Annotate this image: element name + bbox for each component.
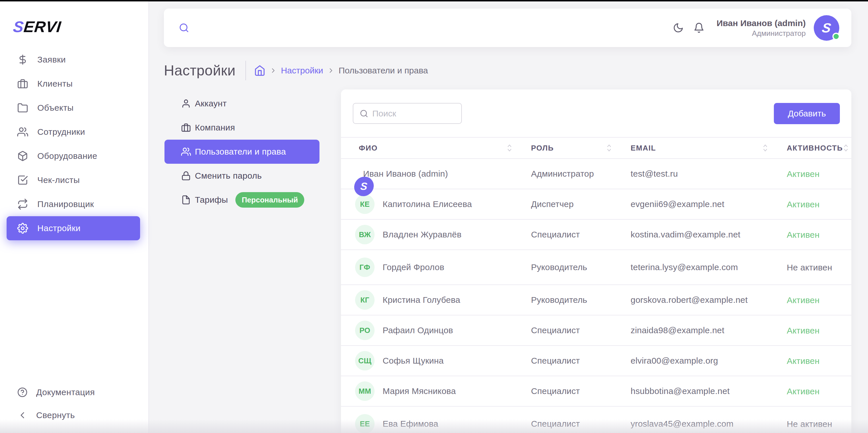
table-toolbar: Добавить bbox=[353, 103, 840, 124]
initials-avatar: СЩ bbox=[355, 351, 375, 370]
avatar[interactable]: S bbox=[814, 15, 839, 41]
status-badge: Активен bbox=[787, 168, 837, 179]
column-header-label: EMAIL bbox=[631, 144, 656, 153]
user-full-name: Иван Иванов (admin) bbox=[363, 169, 448, 179]
avatar-logo-mark: S bbox=[821, 20, 832, 36]
cell-email: elvira00@example.org bbox=[631, 356, 787, 366]
table-row[interactable]: МММария МясниковаСпециалистhsubbotina@ex… bbox=[341, 376, 851, 407]
settings-nav-label: Тарифы bbox=[195, 195, 228, 205]
settings-nav-label: Компания bbox=[195, 123, 235, 132]
table-row[interactable]: РОРафаил ОдинцовСпециалистzinaida98@exam… bbox=[341, 315, 851, 346]
table-row[interactable]: СЩСофья ЩукинаСпециалистelvira00@example… bbox=[341, 346, 851, 376]
cell-fio: ВЖВладлен Журавлёв bbox=[355, 225, 531, 244]
table-row[interactable]: ВЖВладлен ЖуравлёвСпециалистkostina.vadi… bbox=[341, 220, 851, 250]
column-header-activity[interactable]: АКТИВНОСТЬ bbox=[787, 143, 851, 153]
cell-role: Администратор bbox=[531, 169, 631, 179]
help-circle-icon bbox=[17, 387, 28, 397]
status-badge: Активен bbox=[787, 229, 837, 240]
sidebar-item-employees[interactable]: Сотрудники bbox=[7, 120, 140, 144]
sidebar-menu: ЗаявкиКлиентыОбъектыСотрудникиОборудован… bbox=[0, 47, 148, 240]
status-badge: Не активен bbox=[787, 262, 837, 273]
user-full-name: Кристина Голубева bbox=[383, 295, 460, 305]
column-header-label: РОЛЬ bbox=[531, 144, 554, 153]
search-icon bbox=[360, 109, 368, 118]
check-square-icon bbox=[17, 175, 28, 186]
folder-icon bbox=[17, 102, 28, 113]
sidebar-item-label: Чек-листы bbox=[37, 175, 80, 185]
cell-fio: МММария Мясникова bbox=[355, 381, 531, 401]
cell-role: Специалист bbox=[531, 326, 631, 335]
column-header-label: АКТИВНОСТЬ bbox=[787, 144, 843, 153]
table-search bbox=[353, 103, 462, 124]
sidebar-item-objects[interactable]: Объекты bbox=[7, 96, 140, 120]
cell-email: kostina.vadim@example.net bbox=[631, 230, 787, 239]
sidebar-item-equipment[interactable]: Оборудование bbox=[7, 144, 140, 168]
settings-nav-item-change-password[interactable]: Сменить пароль bbox=[164, 164, 319, 188]
settings-nav-item-tariffs[interactable]: ТарифыПерсональный bbox=[164, 188, 319, 212]
cell-fio: КГКристина Голубева bbox=[355, 290, 531, 310]
sidebar: SERVI ЗаявкиКлиентыОбъектыСотрудникиОбор… bbox=[0, 0, 149, 433]
sidebar-item-settings[interactable]: Настройки bbox=[7, 216, 140, 240]
user-full-name: Гордей Фролов bbox=[383, 262, 444, 272]
cell-email: test@test.ru bbox=[631, 169, 787, 179]
cell-fio: СЩСофья Щукина bbox=[355, 351, 531, 370]
settings-nav-item-users-rights[interactable]: Пользователи и права bbox=[164, 140, 319, 164]
cell-fio: КЕКапитолина Елисеева bbox=[355, 194, 531, 214]
sidebar-item-checklists[interactable]: Чек-листы bbox=[7, 168, 140, 192]
initials-avatar: ММ bbox=[355, 381, 375, 401]
table-row[interactable]: КГКристина ГолубеваРуководительgorskova.… bbox=[341, 285, 851, 315]
settings-nav-item-account[interactable]: Аккаунт bbox=[164, 92, 319, 115]
sidebar-item-label: Планировщик bbox=[37, 199, 94, 209]
cell-email: yroslava45@example.com bbox=[631, 419, 787, 429]
user-full-name: Мария Мясникова bbox=[383, 386, 456, 396]
cell-email: gorskova.robert@example.net bbox=[631, 295, 787, 305]
briefcase-icon bbox=[17, 78, 28, 89]
sidebar-item-requests[interactable]: Заявки bbox=[7, 47, 140, 72]
cell-role: Специалист bbox=[531, 386, 631, 396]
column-header-fio[interactable]: ФИО bbox=[355, 143, 531, 153]
users-icon bbox=[17, 127, 28, 137]
table-row[interactable]: КЕКапитолина ЕлисееваДиспетчерevgenii69@… bbox=[341, 189, 851, 220]
global-search-input[interactable] bbox=[196, 17, 627, 38]
cell-activity: Активен bbox=[787, 355, 840, 366]
online-status-dot bbox=[832, 33, 840, 40]
settings-nav-item-company[interactable]: Компания bbox=[164, 115, 319, 140]
table-row[interactable]: SИван Иванов (admin)Администраторtest@te… bbox=[341, 159, 851, 189]
home-icon[interactable] bbox=[254, 65, 266, 76]
column-header-role[interactable]: РОЛЬ bbox=[531, 143, 631, 153]
tariff-badge: Персональный bbox=[236, 192, 304, 208]
table-row[interactable]: ЕЕЕва ЕфимоваСпециалистyroslava45@exampl… bbox=[341, 407, 851, 433]
initials-avatar: РО bbox=[355, 321, 375, 340]
sidebar-footer-label: Свернуть bbox=[36, 410, 75, 420]
chevron-right-icon bbox=[270, 67, 277, 74]
table-row[interactable]: ГФГордей ФроловРуководительteterina.lysy… bbox=[341, 250, 851, 285]
cell-email: zinaida98@example.net bbox=[631, 326, 787, 335]
table-search-input[interactable] bbox=[372, 103, 458, 123]
sidebar-footer-item-docs[interactable]: Документация bbox=[0, 381, 148, 404]
sidebar-item-label: Сотрудники bbox=[37, 127, 85, 137]
cell-fio: ЕЕЕва Ефимова bbox=[355, 414, 531, 433]
notifications-bell-icon[interactable] bbox=[693, 22, 704, 33]
add-user-button[interactable]: Добавить bbox=[774, 103, 840, 124]
brand-logo[interactable]: SERVI bbox=[12, 18, 62, 36]
users-card: Добавить ФИОРОЛЬEMAILАКТИВНОСТЬ SИван Ив… bbox=[341, 90, 851, 433]
cell-role: Диспетчер bbox=[531, 199, 631, 209]
sidebar-footer: ДокументацияСвернуть bbox=[0, 381, 148, 433]
brand-logo-first-letter: S bbox=[12, 18, 25, 35]
cell-activity: Активен bbox=[787, 168, 840, 179]
breadcrumb-link[interactable]: Настройки bbox=[281, 66, 323, 75]
column-header-email[interactable]: EMAIL bbox=[631, 143, 787, 153]
table-body: SИван Иванов (admin)Администраторtest@te… bbox=[341, 159, 851, 433]
cell-fio: ГФГордей Фролов bbox=[355, 258, 531, 277]
sidebar-item-planner[interactable]: Планировщик bbox=[7, 192, 140, 216]
initials-avatar: ГФ bbox=[355, 258, 375, 277]
sidebar-item-clients[interactable]: Клиенты bbox=[7, 72, 140, 96]
dark-mode-moon-icon[interactable] bbox=[673, 22, 684, 33]
page-title: Настройки bbox=[164, 62, 236, 79]
package-icon bbox=[17, 151, 28, 161]
sort-icon bbox=[606, 143, 612, 153]
status-badge: Активен bbox=[787, 355, 837, 366]
sidebar-footer-item-collapse[interactable]: Свернуть bbox=[0, 404, 148, 427]
user-name: Иван Иванов (admin) bbox=[716, 18, 806, 29]
lock-icon bbox=[181, 171, 191, 181]
